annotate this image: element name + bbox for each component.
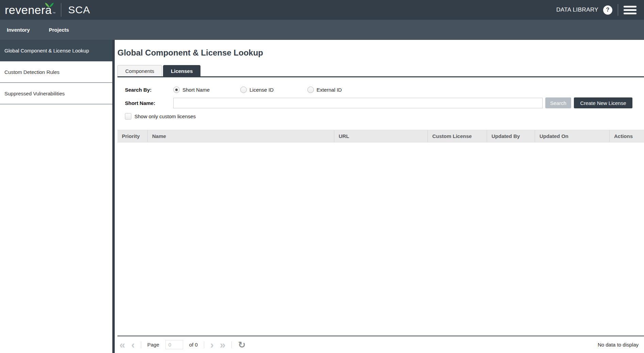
sidebar-item-global-component-license-lookup[interactable]: Global Component & License Lookup <box>0 40 112 61</box>
tab-components[interactable]: Components <box>117 65 162 76</box>
sidebar-item-suppressed-vulnerabilities[interactable]: Suppressed Vulnerabilities <box>0 83 112 104</box>
pagination-divider <box>204 341 204 348</box>
hamburger-menu-icon[interactable] <box>624 5 637 15</box>
logo-divider <box>61 3 61 17</box>
column-header-custom-license: Custom License <box>428 130 487 142</box>
no-data-status: No data to display <box>598 342 639 348</box>
radio-short-name-label: Short Name <box>182 87 210 93</box>
app-window: revenera ™ SCA DATA LIBRARY ? Inventory … <box>0 0 644 353</box>
pagination-divider <box>231 341 232 348</box>
next-page-icon[interactable]: › <box>210 341 214 349</box>
main-content: Global Component & License Lookup Compon… <box>115 40 644 353</box>
search-button[interactable]: Search <box>545 97 571 108</box>
licenses-table-header: Priority Name URL Custom License Updated… <box>117 130 644 142</box>
body-row: Global Component & License Lookup Custom… <box>0 40 644 353</box>
previous-page-icon[interactable]: ‹ <box>131 341 135 349</box>
page-count-label: of 0 <box>189 342 198 348</box>
help-icon-glyph: ? <box>606 7 610 13</box>
short-name-input[interactable] <box>173 98 543 108</box>
column-header-url: URL <box>334 130 428 142</box>
page-label: Page <box>147 342 159 348</box>
show-only-custom-licenses-checkbox[interactable] <box>125 113 131 120</box>
refresh-icon[interactable]: ↻ <box>238 341 245 349</box>
logo-trademark: ™ <box>52 12 55 15</box>
sidebar-item-custom-detection-rules[interactable]: Custom Detection Rules <box>0 61 112 83</box>
column-header-priority: Priority <box>117 130 148 142</box>
nav-item-projects[interactable]: Projects <box>49 27 69 33</box>
page-title: Global Component & License Lookup <box>117 48 644 58</box>
create-new-license-button[interactable]: Create New License <box>574 97 632 108</box>
show-only-custom-licenses-label: Show only custom licenses <box>134 113 196 119</box>
radio-license-id-control[interactable] <box>240 87 247 93</box>
radio-short-name-control[interactable] <box>173 87 180 93</box>
page-number-input[interactable] <box>165 340 183 349</box>
topbar-divider <box>618 4 618 16</box>
short-name-label: Short Name: <box>125 100 173 106</box>
search-by-radio-group: Short Name License ID External ID <box>173 87 374 93</box>
tab-licenses[interactable]: Licenses <box>163 65 200 76</box>
column-header-updated-by: Updated By <box>487 130 535 142</box>
short-name-row: Short Name: Search Create New License <box>125 97 644 108</box>
nav-item-inventory[interactable]: Inventory <box>7 27 30 33</box>
help-icon[interactable]: ? <box>603 5 612 15</box>
logo-area: revenera ™ SCA <box>5 3 90 17</box>
sidebar: Global Component & License Lookup Custom… <box>0 40 115 353</box>
revenera-leaf-icon <box>45 2 54 9</box>
pagination-divider <box>141 341 141 348</box>
pagination-bar: « ‹ Page of 0 › » ↻ No data to display <box>117 336 644 353</box>
topbar-right: DATA LIBRARY ? <box>556 4 637 16</box>
search-panel: Search By: Short Name License ID Exte <box>117 77 644 120</box>
radio-license-id[interactable]: License ID <box>240 87 307 93</box>
pagination-controls: « ‹ Page of 0 › » ↻ <box>119 340 245 349</box>
radio-license-id-label: License ID <box>249 87 274 93</box>
primary-nav: Inventory Projects <box>0 20 644 40</box>
radio-external-id[interactable]: External ID <box>307 87 374 93</box>
search-by-label: Search By: <box>125 87 173 93</box>
revenera-logo[interactable]: revenera ™ <box>5 4 55 16</box>
search-by-row: Search By: Short Name License ID Exte <box>125 87 644 93</box>
product-name: SCA <box>68 5 90 15</box>
tab-bar: Components Licenses <box>117 65 644 76</box>
custom-licenses-filter-row: Show only custom licenses <box>125 113 644 120</box>
data-library-link[interactable]: DATA LIBRARY <box>556 6 598 13</box>
licenses-table-body <box>117 142 644 336</box>
first-page-icon[interactable]: « <box>119 341 125 349</box>
radio-external-id-control[interactable] <box>307 87 314 93</box>
last-page-icon[interactable]: » <box>220 341 226 349</box>
column-header-updated-on: Updated On <box>535 130 610 142</box>
column-header-actions: Actions <box>610 130 644 142</box>
radio-short-name[interactable]: Short Name <box>173 87 240 93</box>
radio-external-id-label: External ID <box>317 87 342 93</box>
column-header-name: Name <box>148 130 334 142</box>
top-header: revenera ™ SCA DATA LIBRARY ? <box>0 0 644 20</box>
